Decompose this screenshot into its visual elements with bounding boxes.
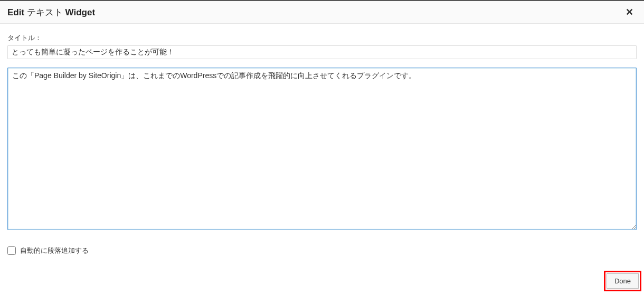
- auto-paragraph-checkbox[interactable]: [7, 246, 16, 255]
- title-input[interactable]: [7, 45, 637, 59]
- done-button[interactable]: Done: [607, 273, 639, 289]
- auto-paragraph-row: 自動的に段落追加する: [7, 246, 637, 255]
- modal-header: Edit テキスト Widget ✕: [0, 0, 644, 24]
- modal-title: Edit テキスト Widget: [7, 6, 95, 18]
- title-prefix: Edit: [7, 7, 24, 17]
- title-suffix: Widget: [65, 7, 96, 17]
- close-icon[interactable]: ✕: [622, 5, 637, 19]
- content-textarea[interactable]: この「Page Builder by SiteOrigin」は、これまでのWor…: [7, 68, 637, 230]
- title-middle: テキスト: [27, 7, 63, 17]
- modal-footer: Done: [0, 268, 644, 295]
- title-field-label: タイトル：: [7, 33, 637, 43]
- modal-body: タイトル： この「Page Builder by SiteOrigin」は、これ…: [0, 24, 644, 263]
- auto-paragraph-label: 自動的に段落追加する: [20, 246, 89, 255]
